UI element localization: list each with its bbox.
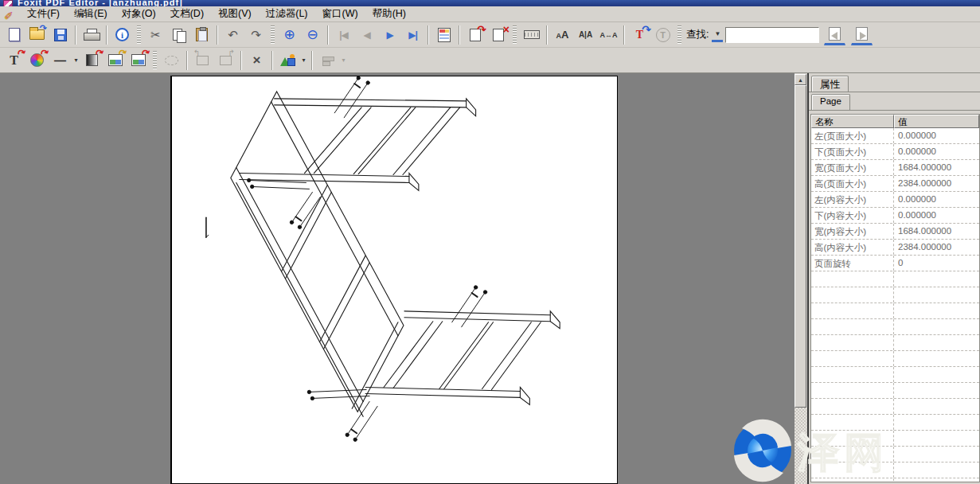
property-value[interactable]: [894, 271, 979, 287]
property-row[interactable]: [811, 399, 979, 415]
property-row[interactable]: [811, 447, 979, 463]
toolbar-grip[interactable]: [677, 25, 681, 45]
previous-page-button[interactable]: ◀: [356, 25, 377, 45]
copy-button[interactable]: [168, 25, 189, 45]
property-value[interactable]: 0.000000: [894, 144, 979, 159]
find-input[interactable]: [725, 27, 819, 43]
save-button[interactable]: [49, 25, 71, 45]
property-row[interactable]: 左(内容大小)0.000000: [811, 192, 979, 208]
undo-button[interactable]: ↶: [222, 25, 244, 45]
property-value[interactable]: [894, 399, 979, 414]
property-value[interactable]: 0.000000: [894, 208, 979, 223]
column-header-value[interactable]: 值: [894, 115, 979, 128]
line-tool-button[interactable]: —: [49, 50, 71, 71]
menu-item-4[interactable]: 文档(D): [163, 6, 211, 22]
property-value[interactable]: [894, 478, 979, 482]
align-tool-button[interactable]: [317, 50, 338, 71]
keyboard-button[interactable]: [521, 25, 542, 45]
property-row[interactable]: [811, 367, 979, 383]
next-page-button[interactable]: ▶: [379, 25, 400, 45]
lasso-select-button[interactable]: [161, 50, 182, 71]
zoom-out-button[interactable]: ⊖: [302, 25, 323, 45]
property-row[interactable]: 页面旋转0: [811, 256, 979, 271]
property-row[interactable]: [811, 351, 979, 367]
property-value[interactable]: [894, 303, 979, 318]
property-row[interactable]: 高(内容大小)2384.000000: [811, 240, 979, 256]
property-value[interactable]: 0.000000: [894, 128, 979, 143]
shading-tool-button[interactable]: ↷: [81, 50, 103, 71]
paste-button[interactable]: [191, 25, 213, 45]
menu-item-2[interactable]: 编辑(E): [67, 6, 115, 22]
pdf-page-canvas[interactable]: [170, 76, 618, 484]
menu-item-3[interactable]: 对象(O): [115, 6, 163, 22]
replace-font-button[interactable]: AA: [552, 25, 573, 45]
property-row[interactable]: 宽(页面大小)1684.000000: [811, 160, 979, 176]
property-row[interactable]: [811, 319, 979, 335]
property-row[interactable]: [811, 271, 979, 287]
zoom-in-button[interactable]: ⊕: [279, 25, 300, 45]
property-row[interactable]: [811, 463, 979, 478]
property-value[interactable]: [894, 335, 979, 350]
redo-button[interactable]: ↷: [245, 25, 267, 45]
property-value[interactable]: 0: [894, 256, 979, 271]
toolbar-grip[interactable]: [271, 25, 275, 45]
shapes-dropdown[interactable]: ▾: [299, 57, 308, 64]
new-document-button[interactable]: [3, 25, 25, 45]
property-value[interactable]: [894, 367, 979, 382]
property-row[interactable]: [811, 303, 979, 319]
document-menu-icon[interactable]: ✎: [3, 8, 15, 21]
rotate-page-button[interactable]: ↷: [464, 25, 486, 45]
text-mode-button[interactable]: T: [652, 25, 674, 45]
scrollbar-track[interactable]: [795, 408, 806, 484]
property-row[interactable]: 左(页面大小)0.000000: [811, 128, 979, 144]
property-value[interactable]: [894, 383, 979, 398]
menu-item-5[interactable]: 视图(V): [211, 6, 259, 22]
property-row[interactable]: 高(页面大小)2384.000000: [811, 176, 979, 192]
vertical-scrollbar[interactable]: ▲: [795, 73, 807, 484]
page-properties-button[interactable]: [433, 25, 455, 45]
property-value[interactable]: [894, 287, 979, 302]
column-header-name[interactable]: 名称: [811, 115, 894, 128]
menu-item-7[interactable]: 窗口(W): [315, 6, 365, 22]
property-row[interactable]: [811, 415, 979, 431]
property-row[interactable]: [811, 287, 979, 303]
property-row[interactable]: 宽(内容大小)1684.000000: [811, 224, 979, 240]
property-value[interactable]: [894, 431, 979, 446]
property-value[interactable]: [894, 447, 979, 462]
rotate-object-right-button[interactable]: [215, 50, 236, 71]
print-button[interactable]: [80, 25, 102, 45]
property-value[interactable]: 2384.000000: [894, 176, 979, 191]
first-page-button[interactable]: |◀: [333, 25, 354, 45]
match-font-button[interactable]: A|A: [575, 25, 596, 45]
document-info-button[interactable]: i: [111, 25, 133, 45]
property-value[interactable]: 1684.000000: [894, 160, 979, 175]
property-value[interactable]: [894, 463, 979, 478]
delete-page-button[interactable]: ×: [487, 25, 509, 45]
find-previous-button[interactable]: [824, 25, 845, 45]
property-value[interactable]: [894, 319, 979, 334]
shapes-tool-button[interactable]: [277, 50, 299, 71]
property-value[interactable]: 2384.000000: [894, 240, 979, 255]
property-row[interactable]: [811, 335, 979, 351]
property-row[interactable]: [811, 478, 979, 482]
last-page-button[interactable]: ▶|: [402, 25, 424, 45]
color-tool-button[interactable]: ↷: [26, 50, 48, 71]
property-value[interactable]: [894, 351, 979, 366]
menu-item-8[interactable]: 帮助(H): [365, 6, 413, 22]
tab-page[interactable]: Page: [811, 94, 850, 110]
property-row[interactable]: 下(页面大小)0.000000: [811, 144, 979, 160]
find-next-button[interactable]: [851, 25, 873, 45]
add-image-button[interactable]: ↷: [127, 50, 149, 71]
rotate-object-left-button[interactable]: [192, 50, 213, 71]
property-row[interactable]: [811, 383, 979, 399]
font-spacing-button[interactable]: A↔A: [598, 25, 619, 45]
property-value[interactable]: [894, 415, 979, 430]
delete-object-button[interactable]: ×: [246, 50, 267, 71]
property-row[interactable]: 下(内容大小)0.000000: [811, 208, 979, 224]
menu-item-1[interactable]: 文件(F): [20, 6, 67, 22]
menu-item-6[interactable]: 过滤器(L): [259, 6, 315, 22]
toolbar-grip[interactable]: [513, 25, 517, 45]
toolbar-grip[interactable]: [137, 25, 141, 45]
toolbar-grip[interactable]: [153, 51, 157, 70]
insert-text-button[interactable]: T↷: [629, 25, 650, 45]
